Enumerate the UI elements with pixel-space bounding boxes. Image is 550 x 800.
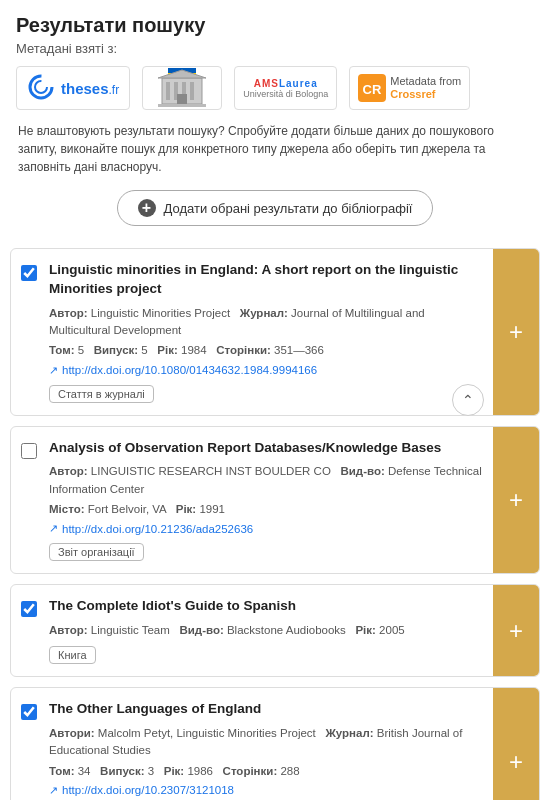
add-icon: + <box>138 199 156 217</box>
link-url-4: http://dx.doi.org/10.2307/3121018 <box>62 784 234 796</box>
card-checkbox-2[interactable] <box>11 427 45 574</box>
svg-marker-9 <box>158 70 206 78</box>
author-label-1: Автор: <box>49 307 88 319</box>
card-body-3: The Complete Idiot's Guide to Spanish Ав… <box>45 585 493 676</box>
source-crossref: CR Metadata from Crossref <box>349 66 470 110</box>
add-result-icon-3: + <box>509 619 523 643</box>
meta-label: Метадані взяті з: <box>16 41 534 56</box>
crossref-icon: CR <box>358 74 386 102</box>
add-selected-button[interactable]: + Додати обрані результати до бібліограф… <box>117 190 434 226</box>
card-link-4[interactable]: ↗ http://dx.doi.org/10.2307/3121018 <box>49 784 485 797</box>
card-meta-author-2: Автор: LINGUISTIC RESEARCH INST BOULDER … <box>49 463 485 498</box>
sources-row: theses.fr <box>16 66 534 110</box>
theses-spin-icon <box>27 73 55 104</box>
card-title-1: Linguistic minorities in England: A shor… <box>49 261 485 299</box>
chevron-up-icon: ⌃ <box>462 392 474 408</box>
link-icon-1: ↗ <box>49 364 58 377</box>
hint-text: Не влаштовують результати пошуку? Спробу… <box>16 122 534 176</box>
source-amslaurea: AMSLaurea Università di Bologna <box>234 66 337 110</box>
checkbox-4[interactable] <box>21 704 37 720</box>
add-button-label: Додати обрані результати до бібліографії <box>164 201 413 216</box>
card-meta-author-4: Автори: Malcolm Petyt, Linguistic Minori… <box>49 725 485 760</box>
institution-icon <box>154 68 210 108</box>
svg-rect-5 <box>166 82 170 100</box>
card-action-3[interactable]: + <box>493 585 539 676</box>
svg-rect-10 <box>177 94 187 104</box>
svg-point-0 <box>30 76 52 98</box>
card-tag-3: Книга <box>49 646 96 664</box>
source-institution <box>142 66 222 110</box>
add-result-icon-1: + <box>509 320 523 344</box>
card-checkbox-1[interactable] <box>11 249 45 415</box>
link-url-1: http://dx.doi.org/10.1080/01434632.1984.… <box>62 364 317 376</box>
card-meta-details-1: Том: 5 Випуск: 5 Рік: 1984 Сторінки: 351… <box>49 342 485 359</box>
card-action-4[interactable]: + <box>493 688 539 800</box>
crossref-text: Metadata from Crossref <box>390 75 461 101</box>
card-action-2[interactable]: + <box>493 427 539 574</box>
card-meta-details-4: Том: 34 Випуск: 3 Рік: 1986 Сторінки: 28… <box>49 763 485 780</box>
card-tag-1: Стаття в журналі <box>49 385 154 403</box>
link-url-2: http://dx.doi.org/10.21236/ada252636 <box>62 523 253 535</box>
page-title: Результати пошуку <box>16 14 534 37</box>
card-body-4: The Other Languages of England Автори: M… <box>45 688 493 800</box>
amslaurea-top-label: AMSLaurea <box>254 78 318 89</box>
card-meta-author-1: Автор: Linguistic Minorities Project Жур… <box>49 305 485 340</box>
checkbox-1[interactable] <box>21 265 37 281</box>
svg-rect-8 <box>190 82 194 100</box>
card-link-2[interactable]: ↗ http://dx.doi.org/10.21236/ada252636 <box>49 522 485 535</box>
theses-label: theses.fr <box>61 80 119 97</box>
journal-label-1: Журнал: <box>240 307 288 319</box>
amslaurea-bottom-label: Università di Bologna <box>243 89 328 99</box>
result-card-2: Analysis of Observation Report Databases… <box>10 426 540 575</box>
author-value-1: Linguistic Minorities Project <box>91 307 230 319</box>
add-button-row: + Додати обрані результати до бібліограф… <box>16 190 534 226</box>
card-checkbox-3[interactable] <box>11 585 45 676</box>
svg-point-1 <box>35 81 47 93</box>
card-title-3: The Complete Idiot's Guide to Spanish <box>49 597 485 616</box>
result-card-4: The Other Languages of England Автори: M… <box>10 687 540 800</box>
card-meta-details-2: Місто: Fort Belvoir, VA Рік: 1991 <box>49 501 485 518</box>
add-result-icon-2: + <box>509 488 523 512</box>
card-title-2: Analysis of Observation Report Databases… <box>49 439 485 458</box>
result-card-3: The Complete Idiot's Guide to Spanish Ав… <box>10 584 540 677</box>
svg-rect-11 <box>158 104 206 107</box>
checkbox-2[interactable] <box>21 443 37 459</box>
card-body-1: Linguistic minorities in England: A shor… <box>45 249 493 415</box>
add-result-icon-4: + <box>509 750 523 774</box>
card-tag-2: Звіт організації <box>49 543 144 561</box>
link-icon-4: ↗ <box>49 784 58 797</box>
card-meta-author-3: Автор: Linguistic Team Вид-во: Blackston… <box>49 622 485 639</box>
source-theses: theses.fr <box>16 66 130 110</box>
card-body-2: Analysis of Observation Report Databases… <box>45 427 493 574</box>
card-title-4: The Other Languages of England <box>49 700 485 719</box>
scroll-top-button[interactable]: ⌃ <box>452 384 484 416</box>
checkbox-3[interactable] <box>21 601 37 617</box>
svg-text:CR: CR <box>363 82 382 97</box>
results-list: Linguistic minorities in England: A shor… <box>0 248 550 800</box>
card-action-1[interactable]: + <box>493 249 539 415</box>
card-checkbox-4[interactable] <box>11 688 45 800</box>
link-icon-2: ↗ <box>49 522 58 535</box>
page-header: Результати пошуку Метадані взяті з: thes… <box>0 0 550 248</box>
card-link-1[interactable]: ↗ http://dx.doi.org/10.1080/01434632.198… <box>49 364 485 377</box>
